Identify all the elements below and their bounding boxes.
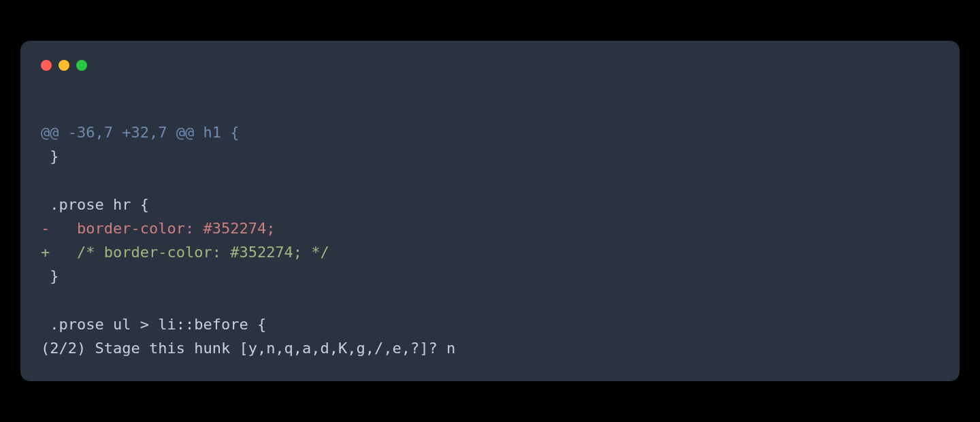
maximize-button[interactable] xyxy=(76,60,87,71)
diff-context-line: .prose hr { xyxy=(41,196,149,213)
diff-context-line: .prose ul > li::before { xyxy=(41,316,266,333)
minimize-button[interactable] xyxy=(59,60,69,71)
terminal-window: @@ -36,7 +32,7 @@ h1 { } .prose hr { - b… xyxy=(20,41,960,381)
diff-removed-line: - border-color: #352274; xyxy=(41,220,275,237)
terminal-output[interactable]: @@ -36,7 +32,7 @@ h1 { } .prose hr { - b… xyxy=(41,97,939,360)
diff-hunk-header: @@ -36,7 +32,7 @@ h1 { xyxy=(41,124,239,141)
stage-hunk-prompt: (2/2) Stage this hunk [y,n,q,a,d,K,g,/,e… xyxy=(41,340,455,357)
close-button[interactable] xyxy=(41,60,52,71)
diff-added-line: + /* border-color: #352274; */ xyxy=(41,244,329,261)
window-controls xyxy=(41,60,939,71)
diff-context-line: } xyxy=(41,148,59,165)
diff-context-line: } xyxy=(41,267,59,285)
